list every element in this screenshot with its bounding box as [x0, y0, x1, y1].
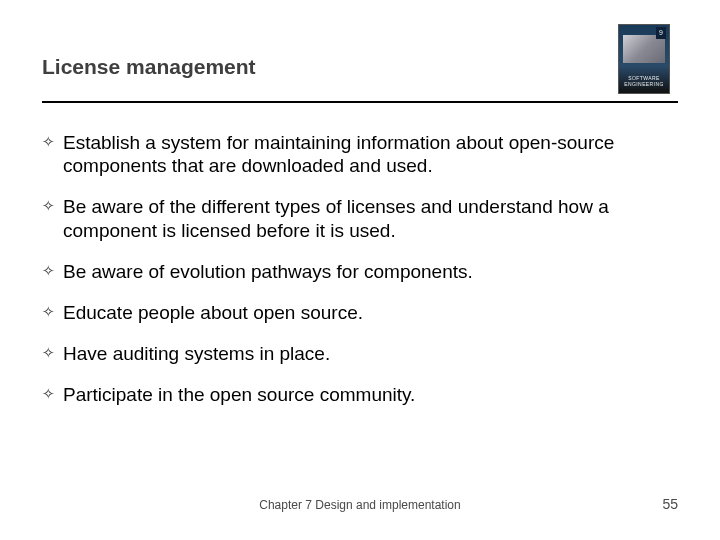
bullet-text: Participate in the open source community… — [63, 383, 415, 406]
list-item: ✧ Be aware of the different types of lic… — [42, 195, 678, 241]
book-edition-badge: 9 — [656, 27, 666, 39]
diamond-bullet-icon: ✧ — [42, 198, 55, 213]
slide-title: License management — [42, 55, 678, 101]
list-item: ✧ Participate in the open source communi… — [42, 383, 678, 406]
bullet-text: Educate people about open source. — [63, 301, 363, 324]
bullet-text: Have auditing systems in place. — [63, 342, 330, 365]
page-number: 55 — [662, 496, 678, 512]
diamond-bullet-icon: ✧ — [42, 345, 55, 360]
bullet-text: Be aware of the different types of licen… — [63, 195, 678, 241]
list-item: ✧ Have auditing systems in place. — [42, 342, 678, 365]
diamond-bullet-icon: ✧ — [42, 263, 55, 278]
list-item: ✧ Establish a system for maintaining inf… — [42, 131, 678, 177]
bullet-text: Establish a system for maintaining infor… — [63, 131, 678, 177]
slide-header: License management — [42, 55, 678, 103]
diamond-bullet-icon: ✧ — [42, 134, 55, 149]
header-divider — [42, 101, 678, 103]
bullet-text: Be aware of evolution pathways for compo… — [63, 260, 473, 283]
slide: 9 SOFTWARE ENGINEERING License managemen… — [0, 0, 720, 540]
diamond-bullet-icon: ✧ — [42, 304, 55, 319]
list-item: ✧ Educate people about open source. — [42, 301, 678, 324]
slide-content: ✧ Establish a system for maintaining inf… — [42, 103, 678, 406]
diamond-bullet-icon: ✧ — [42, 386, 55, 401]
footer-chapter-label: Chapter 7 Design and implementation — [0, 498, 720, 512]
list-item: ✧ Be aware of evolution pathways for com… — [42, 260, 678, 283]
